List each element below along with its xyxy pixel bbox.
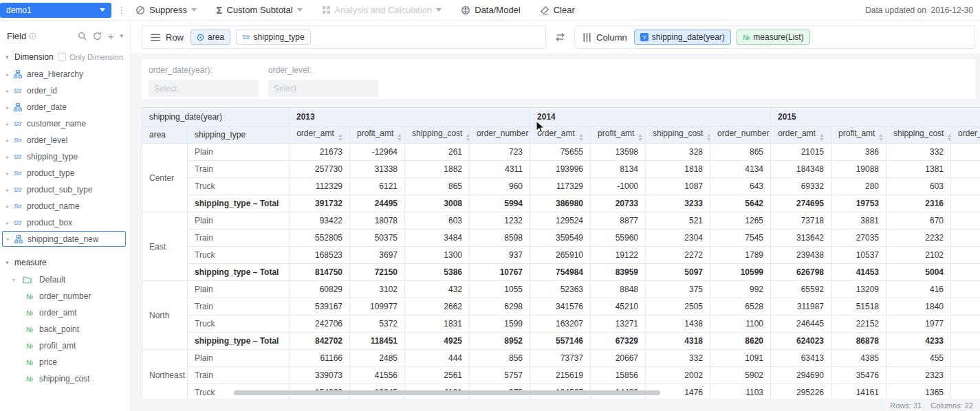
sort-icon[interactable] [338,134,342,141]
sort-icon[interactable] [820,134,824,141]
measure-header-2013-order-number[interactable]: order_number [470,126,530,144]
sort-icon[interactable] [398,134,402,141]
sort-icon[interactable] [638,134,642,141]
dimension-caret-icon[interactable]: ▾ [6,54,14,60]
horizontal-scrollbar-thumb[interactable] [234,390,660,395]
sort-icon[interactable] [707,134,710,141]
measure-header-2014-order-amt[interactable]: order_amt [530,126,591,144]
sort-icon[interactable] [879,134,883,141]
shelf-strip: Row area Str shipping_type Column Y ship… [131,21,980,54]
area-cell-east: East [142,212,188,281]
status-columns: Columns: 22 [930,401,973,410]
field-order-date[interactable]: ▸ order_date [0,99,130,115]
row-shelf[interactable]: Row area Str shipping_type [142,25,546,49]
value-cell: 5994 [470,195,530,212]
value-cell [951,367,980,384]
menu-clear[interactable]: Clear [540,5,575,15]
field-area-hierarchy[interactable]: ▸ area_Hierarchy [0,66,130,82]
dataset-selector[interactable]: demo1 [0,3,111,18]
panel-caret-down-icon[interactable]: ▾ [120,32,123,39]
value-cell: 2304 [646,230,710,247]
swap-axes-button[interactable] [553,32,567,42]
field-product-name[interactable]: ▸ Str product_name [0,198,130,214]
measure-price[interactable]: № price [0,354,130,370]
measure-shipping-cost[interactable]: № shipping_cost [0,370,130,387]
sort-icon[interactable] [948,134,950,141]
measure-profit-amt[interactable]: № profit_amt [0,337,130,354]
field-label: shipping_date_new [28,234,98,244]
expand-caret-icon[interactable]: ▸ [6,187,14,193]
measure-header-2013-order-amt[interactable]: order_amt [290,126,350,144]
measure-header-2015-profit-amt[interactable]: profit_amt [831,126,886,144]
measure-header-2013-shipping-cost[interactable]: shipping_cost [405,126,470,144]
value-cell: 643 [710,178,771,195]
measure-header-2014-profit-amt[interactable]: profit_amt [591,126,646,144]
field-order-level[interactable]: ▸ Str order_level [0,132,130,148]
expand-caret-icon[interactable]: ▸ [6,220,14,226]
measure-order-number[interactable]: № order_number [0,288,130,304]
expand-caret-icon[interactable]: ▸ [6,170,14,177]
filter-select-order-date-year[interactable]: Select [149,80,259,97]
pill-area[interactable]: area [190,30,230,45]
more-options-icon[interactable]: ⋮ [117,5,126,15]
expand-caret-icon[interactable]: ▸ [7,236,14,242]
pill-shipping-type[interactable]: Str shipping_type [236,30,311,45]
sort-icon[interactable] [466,134,469,141]
measure-header-2014-order-number[interactable]: order_number [710,126,771,144]
field-shipping-type[interactable]: ▸ Str shipping_type [0,148,130,165]
value-cell: 19088 [831,161,886,178]
pill-shipping-date-year-[interactable]: Y shipping_date(year) [634,30,731,45]
value-cell: 21673 [290,144,350,161]
year-header-2015: 2015 [771,108,980,126]
expand-caret-icon[interactable]: ▸ [6,121,14,127]
value-cell: 2002 [646,367,710,384]
expand-caret-icon[interactable]: ▸ [6,104,14,111]
only-dimension-checkbox[interactable] [58,53,66,61]
add-field-icon[interactable]: + [108,31,114,41]
measure-header-2015-shipping-cost[interactable]: shipping_cost [886,126,951,144]
value-cell: 311987 [771,298,831,315]
measure-back-point[interactable]: № back_point [0,321,130,337]
value-cell: 1840 [886,298,951,315]
field-order-id[interactable]: ▸ Str order_id [0,82,130,99]
measure-header-2014-shipping-cost[interactable]: shipping_cost [646,126,710,144]
expand-caret-icon[interactable]: ▸ [6,137,14,144]
measure-order-amt[interactable]: № order_amt [0,304,130,321]
field-product-type[interactable]: ▸ Str product_type [0,165,130,181]
expand-caret-icon[interactable]: ▸ [6,71,14,78]
field-shipping-date-new[interactable]: ▸ shipping_date_new [2,231,126,247]
measure-header-2015-order-amt[interactable]: order_amt [771,126,831,144]
expand-caret-icon[interactable]: ▸ [6,203,14,210]
measure-folder-default[interactable]: ▾ Default [0,271,130,288]
expand-caret-icon[interactable]: ▸ [6,154,14,160]
expand-caret-icon[interactable]: ▸ [6,88,14,94]
table-row: Train55280550375348485983595495596023047… [142,230,980,247]
filter-select-order-level[interactable]: Select [268,80,378,97]
value-cell: 163207 [530,315,591,333]
value-cell [951,315,980,333]
measure-header-2015-order-number[interactable]: order_number [951,126,980,144]
pill-measure-list-[interactable]: № measure(List) [737,30,810,45]
menu-custom-subtotal[interactable]: Σ Custom Subtotal [216,5,303,15]
value-cell [951,195,980,212]
value-cell: 3484 [405,230,470,247]
field-product-sub-type[interactable]: ▸ Str product_sub_type [0,181,130,198]
menu-suppress[interactable]: Suppress [135,5,197,15]
value-cell [951,230,980,247]
column-shelf[interactable]: Column Y shipping_date(year) № measure(L… [574,25,975,49]
measure-caret-icon[interactable]: ▾ [6,259,14,266]
measure-label: back_point [39,324,79,334]
value-cell: 109977 [350,298,405,315]
sort-icon[interactable] [579,134,583,141]
search-icon[interactable] [78,32,87,41]
column-icon [583,33,591,42]
num-icon: № [743,34,750,41]
table-row: Train53916710997726626298341576452102505… [142,298,980,315]
menu-data-model[interactable]: Data/Model [461,5,520,15]
refresh-icon[interactable] [93,32,102,41]
measure-header-2013-profit-amt[interactable]: profit_amt [350,126,405,144]
measure-label: shipping_cost [39,374,89,384]
field-product-box[interactable]: ▸ Str product_box [0,214,130,231]
menu-analysis-and-calculation-label: Analysis and Calculation [335,5,433,15]
field-customer-name[interactable]: ▸ Str customer_name [0,115,130,132]
